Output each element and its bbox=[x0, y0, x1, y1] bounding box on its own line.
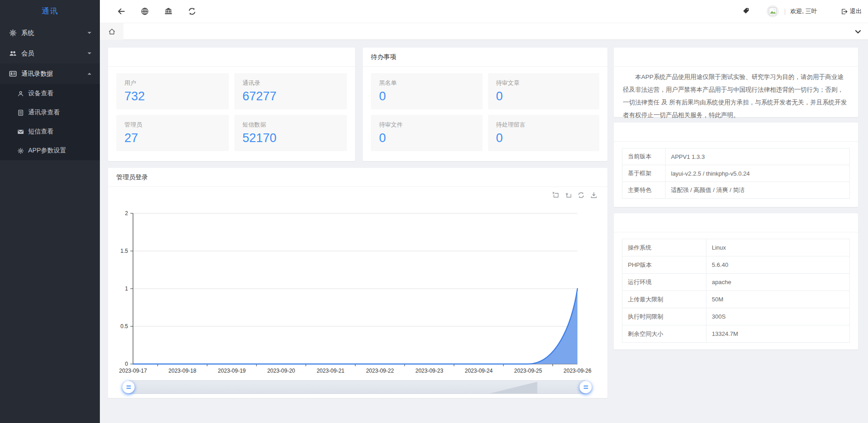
gear-icon bbox=[17, 148, 24, 154]
table-row: 基于框架 layui-v2.2.5 / thinkphp-v5.0.24 bbox=[622, 165, 850, 182]
stat-label: 待审文章 bbox=[496, 79, 592, 87]
bank-icon[interactable] bbox=[164, 7, 173, 15]
row-label: 上传最大限制 bbox=[622, 291, 706, 308]
table-row: 剩余空间大小 13324.7M bbox=[622, 325, 850, 343]
tabbar bbox=[100, 23, 868, 40]
logout-label: 退出 bbox=[850, 7, 862, 15]
stat-label: 待审文件 bbox=[379, 121, 474, 129]
logout-icon bbox=[841, 8, 848, 15]
datazoom-right-handle[interactable] bbox=[580, 381, 592, 393]
row-label: 主要特色 bbox=[622, 182, 666, 199]
sidebar-item-label: 系统 bbox=[21, 29, 34, 37]
chart-panel-title: 管理员登录 bbox=[108, 168, 607, 187]
version-panel-header bbox=[614, 123, 858, 142]
back-icon[interactable] bbox=[117, 7, 125, 15]
sidebar-group-contacts-data: 通讯录数据 设备查看 通讯录查看 短信查看 bbox=[0, 64, 100, 160]
sidebar-item-label: 通讯录查看 bbox=[28, 108, 60, 117]
stats-panel-header bbox=[108, 48, 355, 67]
home-icon bbox=[108, 28, 116, 35]
table-row: 操作系统 Linux bbox=[622, 239, 850, 256]
row-value: Linux bbox=[706, 239, 850, 256]
todo-card-pending-files: 待审文件 0 bbox=[371, 115, 483, 151]
tag-icon[interactable] bbox=[742, 7, 750, 15]
chart-body: 00.511.522023-09-172023-09-182023-09-192… bbox=[108, 187, 607, 398]
sidebar-item-label: 会员 bbox=[21, 49, 34, 58]
svg-text:2023-09-22: 2023-09-22 bbox=[366, 368, 394, 374]
home-tab[interactable] bbox=[100, 23, 123, 40]
welcome-text: 欢迎, 三叶 bbox=[790, 7, 817, 15]
refresh-icon[interactable] bbox=[188, 7, 196, 15]
datazoom-left-handle[interactable] bbox=[123, 381, 135, 393]
chevron-up-icon bbox=[87, 72, 92, 75]
topbar-left-icons bbox=[100, 7, 196, 15]
sidebar-item-members[interactable]: 会员 bbox=[0, 43, 100, 64]
system-table: 操作系统 Linux PHP版本 5.6.40 运行环境 apache 上传最大… bbox=[622, 239, 850, 343]
svg-text:2023-09-18: 2023-09-18 bbox=[168, 368, 197, 374]
sidebar-item-contacts-view[interactable]: 通讯录查看 bbox=[0, 103, 100, 122]
sidebar-item-sms-view[interactable]: 短信查看 bbox=[0, 122, 100, 141]
sidebar-item-label: 短信查看 bbox=[28, 128, 54, 136]
datazoom-slider[interactable] bbox=[128, 380, 586, 394]
sidebar-item-contacts-data[interactable]: 通讯录数据 bbox=[0, 64, 100, 84]
svg-text:2023-09-17: 2023-09-17 bbox=[119, 368, 147, 374]
chevron-down-icon bbox=[87, 31, 92, 34]
sidebar-item-label: 设备查看 bbox=[28, 89, 54, 98]
table-row: 上传最大限制 50M bbox=[622, 291, 850, 308]
stat-value: 732 bbox=[124, 89, 221, 103]
svg-text:2023-09-26: 2023-09-26 bbox=[563, 368, 592, 374]
version-table: 当前版本 APPV1 1.3.3 基于框架 layui-v2.2.5 / thi… bbox=[622, 148, 850, 199]
todo-panel: 待办事项 黑名单 0 待审文章 0 待审文件 0 待处理留言 0 bbox=[363, 48, 607, 161]
row-value: 5.6.40 bbox=[706, 256, 850, 274]
todo-panel-title: 待办事项 bbox=[363, 48, 607, 67]
topbar-right: | 欢迎, 三叶 退出 bbox=[742, 5, 868, 17]
table-row: 当前版本 APPV1 1.3.3 bbox=[622, 148, 850, 165]
sidebar-item-label: APP参数设置 bbox=[28, 147, 66, 155]
row-label: 基于框架 bbox=[622, 165, 666, 182]
row-value: APPV1 1.3.3 bbox=[666, 148, 850, 165]
sidebar-item-device-view[interactable]: 设备查看 bbox=[0, 84, 100, 103]
logout-button[interactable]: 退出 bbox=[841, 7, 862, 15]
stats-panel: 用户 732 通讯录 67277 管理员 27 短信数据 52170 bbox=[108, 48, 355, 161]
row-value: layui-v2.2.5 / thinkphp-v5.0.24 bbox=[666, 165, 850, 182]
stat-card-admins: 管理员 27 bbox=[116, 115, 229, 151]
stat-value: 0 bbox=[496, 89, 592, 103]
stat-value: 0 bbox=[379, 89, 474, 103]
stat-card-users: 用户 732 bbox=[116, 73, 229, 109]
todo-grid: 黑名单 0 待审文章 0 待审文件 0 待处理留言 0 bbox=[363, 67, 607, 157]
globe-icon[interactable] bbox=[141, 7, 149, 15]
table-row: PHP版本 5.6.40 bbox=[622, 256, 850, 274]
sidebar-item-system[interactable]: 系统 bbox=[0, 23, 100, 43]
system-info-panel: 操作系统 Linux PHP版本 5.6.40 运行环境 apache 上传最大… bbox=[614, 213, 858, 349]
divider: | bbox=[784, 8, 786, 15]
users-icon bbox=[9, 49, 17, 57]
row-label: PHP版本 bbox=[622, 256, 706, 274]
address-book-icon bbox=[9, 70, 17, 78]
admin-login-chart: 00.511.522023-09-172023-09-182023-09-192… bbox=[108, 187, 607, 378]
svg-text:1: 1 bbox=[125, 285, 128, 292]
sidebar-item-label: 通讯录数据 bbox=[21, 70, 53, 78]
stat-label: 管理员 bbox=[124, 121, 221, 129]
app-logo: 通讯 bbox=[0, 0, 100, 23]
svg-text:2023-09-25: 2023-09-25 bbox=[514, 368, 542, 374]
row-label: 操作系统 bbox=[622, 239, 706, 256]
svg-text:1.5: 1.5 bbox=[120, 248, 128, 254]
row-value: 适配强 / 高颜值 / 清爽 / 简洁 bbox=[666, 182, 850, 199]
disclaimer-panel-header bbox=[614, 48, 858, 67]
stat-value: 52170 bbox=[242, 131, 339, 145]
stat-label: 黑名单 bbox=[379, 79, 474, 87]
gear-icon bbox=[9, 29, 17, 37]
avatar[interactable] bbox=[767, 5, 779, 17]
table-row: 运行环境 apache bbox=[622, 274, 850, 291]
todo-card-pending-articles: 待审文章 0 bbox=[488, 73, 600, 109]
sidebar-item-app-settings[interactable]: APP参数设置 bbox=[0, 141, 100, 160]
row-label: 剩余空间大小 bbox=[622, 325, 706, 343]
svg-text:2023-09-23: 2023-09-23 bbox=[415, 368, 444, 374]
svg-text:2023-09-24: 2023-09-24 bbox=[465, 368, 493, 374]
table-row: 主要特色 适配强 / 高颜值 / 清爽 / 简洁 bbox=[622, 182, 850, 199]
stat-value: 0 bbox=[379, 131, 474, 145]
stat-value: 27 bbox=[124, 131, 221, 145]
stat-card-sms: 短信数据 52170 bbox=[234, 115, 347, 151]
chevron-down-icon bbox=[87, 52, 92, 55]
tabbar-chevron-down-icon[interactable] bbox=[854, 28, 862, 35]
svg-text:2023-09-20: 2023-09-20 bbox=[267, 368, 296, 374]
